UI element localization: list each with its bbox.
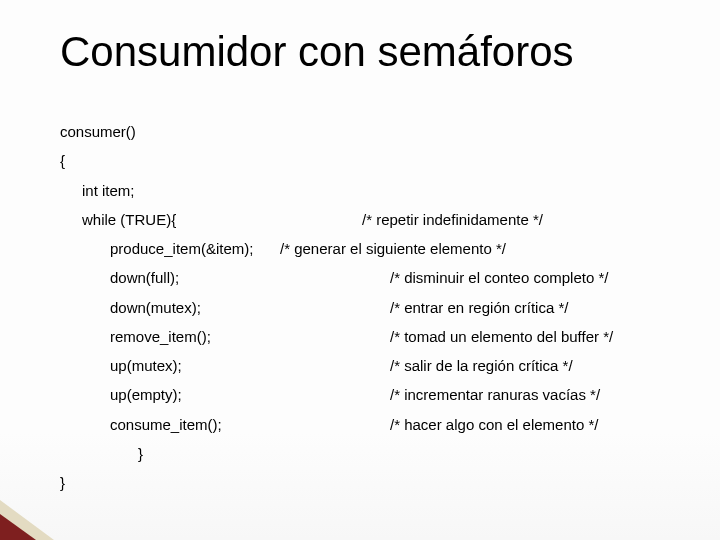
code-line: down(mutex); /* entrar en región crítica… xyxy=(110,296,690,319)
code-line: down(full); /* disminuir el conteo compl… xyxy=(110,266,690,289)
code-text: up(empty); xyxy=(110,383,390,406)
code-comment: /* incrementar ranuras vacías */ xyxy=(390,383,690,406)
code-line: remove_item(); /* tomad un elemento del … xyxy=(110,325,690,348)
code-comment: /* repetir indefinidamente */ xyxy=(362,208,690,231)
code-text: down(mutex); xyxy=(110,296,390,319)
code-text: consume_item(); xyxy=(110,413,390,436)
code-line: while (TRUE){ /* repetir indefinidamente… xyxy=(82,208,690,231)
code-comment: /* entrar en región crítica */ xyxy=(390,296,690,319)
code-line: } xyxy=(138,442,690,465)
code-line: } xyxy=(60,471,690,494)
code-line: consumer() xyxy=(60,120,690,143)
slide: Consumidor con semáforos consumer() { in… xyxy=(0,0,720,540)
code-line: consume_item(); /* hacer algo con el ele… xyxy=(110,413,690,436)
code-line: up(empty); /* incrementar ranuras vacías… xyxy=(110,383,690,406)
code-text: while (TRUE){ xyxy=(82,208,362,231)
code-text: down(full); xyxy=(110,266,390,289)
code-line: int item; xyxy=(82,179,690,202)
corner-decoration xyxy=(0,500,60,540)
code-comment: /* hacer algo con el elemento */ xyxy=(390,413,690,436)
slide-title: Consumidor con semáforos xyxy=(60,28,690,76)
code-comment: /* generar el siguiente elemento */ xyxy=(280,237,690,260)
code-text: produce_item(&item); xyxy=(110,237,280,260)
code-comment: /* disminuir el conteo completo */ xyxy=(390,266,690,289)
code-line: up(mutex); /* salir de la región crítica… xyxy=(110,354,690,377)
code-line: produce_item(&item); /* generar el sigui… xyxy=(110,237,690,260)
code-comment: /* tomad un elemento del buffer */ xyxy=(390,325,690,348)
code-text: up(mutex); xyxy=(110,354,390,377)
code-comment: /* salir de la región crítica */ xyxy=(390,354,690,377)
code-line: { xyxy=(60,149,690,172)
code-body: consumer() { int item; while (TRUE){ /* … xyxy=(60,120,690,500)
code-text: remove_item(); xyxy=(110,325,390,348)
